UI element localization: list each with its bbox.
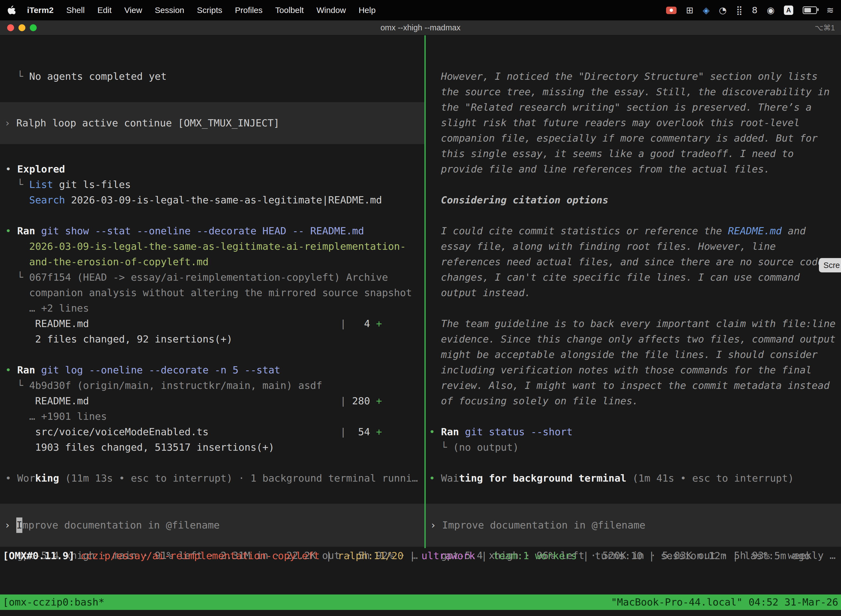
text-segment: | bbox=[577, 550, 595, 561]
camera-icon[interactable]: ◉ bbox=[767, 6, 775, 15]
text-segment: No agents completed yet bbox=[29, 70, 167, 82]
text-segment: • bbox=[429, 472, 441, 484]
text-segment: essay file, along with finding root file… bbox=[441, 241, 776, 252]
window-grid-icon[interactable]: ⊞ bbox=[686, 6, 693, 15]
omx-team: team:1 workers bbox=[493, 550, 577, 561]
terminal-pane-right[interactable]: However, I noticed the "Directory Struct… bbox=[426, 35, 841, 616]
wifi-icon[interactable]: ≋ bbox=[826, 6, 834, 15]
text-segment: 2 files changed, 92 insertions(+) bbox=[5, 333, 233, 345]
text-segment: › bbox=[4, 115, 16, 131]
text-segment: 280 bbox=[346, 395, 376, 406]
text-segment: evidence. Since this change only affects… bbox=[441, 333, 835, 345]
menu-item-window[interactable]: Window bbox=[316, 6, 346, 15]
terminal-line: 1903 files changed, 513517 insertions(+) bbox=[0, 440, 424, 455]
terminal-line: README.md | 280 + bbox=[0, 393, 424, 409]
right-pane-content: However, I noticed the "Directory Struct… bbox=[426, 66, 841, 563]
text-segment bbox=[35, 225, 41, 236]
text-segment: git log --oneline --decorate -n 5 --stat bbox=[41, 364, 280, 375]
menu-item-iterm2[interactable]: iTerm2 bbox=[27, 6, 54, 15]
text-segment: + bbox=[376, 395, 382, 406]
blank-line bbox=[426, 409, 841, 424]
text-segment: companion analysis without altering the … bbox=[5, 287, 412, 298]
menu-item-toolbelt[interactable]: Toolbelt bbox=[275, 6, 304, 15]
tmux-status-bar: [omx-cczip0:bash* "MacBook-Pro-44.local"… bbox=[0, 594, 841, 610]
apple-menu-icon[interactable] bbox=[7, 6, 15, 15]
zoom-button[interactable] bbox=[30, 24, 37, 31]
window-title-bar[interactable]: omx --xhigh --madmax ⌥⌘1 bbox=[0, 21, 841, 35]
terminal-line: • Ran git status --short bbox=[426, 424, 841, 440]
blank-line bbox=[0, 208, 424, 223]
text-segment bbox=[89, 318, 340, 329]
terminal-line: src/voice/voiceModeEnabled.ts | 54 + bbox=[0, 424, 424, 440]
blank-line bbox=[0, 347, 424, 362]
text-segment: › bbox=[4, 518, 16, 533]
clock-app-icon[interactable]: ◔ bbox=[719, 6, 727, 15]
text-segment: • bbox=[5, 472, 17, 484]
text-segment: | bbox=[403, 550, 421, 561]
text-segment: the source tree, missing the essay. Stil… bbox=[441, 86, 830, 97]
menu-item-view[interactable]: View bbox=[125, 6, 142, 15]
menu-bar: iTerm2ShellEditViewSessionScriptsProfile… bbox=[0, 0, 841, 21]
text-segment: Wai bbox=[441, 472, 459, 484]
text-segment: … +2 lines bbox=[5, 302, 89, 314]
screen-share-tooltip[interactable]: Scre bbox=[819, 258, 841, 273]
battery-icon[interactable] bbox=[803, 6, 817, 14]
menu-item-edit[interactable]: Edit bbox=[97, 6, 112, 15]
text-segment: might be acceptable alongside the file l… bbox=[441, 349, 818, 360]
blank-line bbox=[426, 208, 841, 223]
text-segment: 067f154 (HEAD -> essay/ai-reimplementati… bbox=[29, 271, 388, 283]
text-segment bbox=[459, 426, 465, 437]
color-swatch-icon[interactable]: ◈ bbox=[703, 6, 710, 15]
text-segment bbox=[35, 364, 41, 375]
menu-items: iTerm2ShellEditViewSessionScriptsProfile… bbox=[27, 6, 375, 15]
text-segment: 54 bbox=[346, 426, 376, 437]
pane-shortcut-hint: ⌥⌘1 bbox=[815, 23, 835, 32]
text-cursor: I bbox=[16, 518, 22, 533]
terminal-line: review. Also, I might want to inspect th… bbox=[426, 378, 841, 393]
text-segment: | bbox=[727, 550, 744, 561]
terminal-line: this single essay, it seems like a good … bbox=[426, 146, 841, 161]
text-segment: However, I noticed the "Directory Struct… bbox=[441, 70, 818, 82]
text-segment: └ bbox=[5, 271, 29, 283]
text-segment: of focusing solely on file lines. bbox=[441, 395, 638, 406]
terminal-line: … +1901 lines bbox=[0, 409, 424, 424]
omx-status-line: [OMX#0.11.9] cczip/essay/ai-reimplementa… bbox=[3, 548, 810, 563]
close-button[interactable] bbox=[7, 24, 14, 31]
terminal-line: companion analysis without altering the … bbox=[0, 285, 424, 301]
text-segment: + bbox=[376, 318, 382, 329]
omx-session: session:12m bbox=[661, 550, 726, 561]
menu-item-profiles[interactable]: Profiles bbox=[235, 6, 262, 15]
terminal-line: slight risk that future readers may over… bbox=[426, 115, 841, 131]
text-segment: › bbox=[430, 518, 442, 533]
record-dot bbox=[670, 9, 673, 12]
text-segment: • bbox=[5, 225, 17, 236]
working-spinner-line: • Working (11m 13s • esc to interrupt) ·… bbox=[0, 471, 424, 486]
terminal-line: and-the-erosion-of-copyleft.md bbox=[0, 254, 424, 270]
waiting-spinner-line: • Waiting for background terminal (1m 41… bbox=[426, 471, 841, 486]
minimize-button[interactable] bbox=[19, 24, 25, 31]
dots-grid-icon[interactable]: ⣿ bbox=[736, 6, 742, 15]
text-segment: including verification notes with those … bbox=[441, 364, 812, 375]
menu-item-shell[interactable]: Shell bbox=[66, 6, 85, 15]
number-key-icon[interactable]: 8 bbox=[752, 6, 757, 15]
input-source-icon[interactable]: A bbox=[784, 6, 793, 15]
prompt-input[interactable]: › Improve documentation in @filename bbox=[0, 504, 424, 547]
text-segment: 2026-03-09-is-legal-the-same-as-legitima… bbox=[65, 194, 382, 205]
screen-recording-icon[interactable] bbox=[666, 7, 677, 14]
terminal-line: the "Related research writing" section i… bbox=[426, 100, 841, 115]
menu-item-session[interactable]: Session bbox=[155, 6, 184, 15]
terminal-line: • Ran git log --oneline --decorate -n 5 … bbox=[0, 362, 424, 378]
menu-item-scripts[interactable]: Scripts bbox=[197, 6, 223, 15]
terminal-line: • Explored bbox=[0, 161, 424, 177]
tmux-host-clock: "MacBook-Pro-44.local" 04:52 31-Mar-26 bbox=[611, 594, 838, 610]
menu-item-help[interactable]: Help bbox=[359, 6, 376, 15]
text-segment: Ran bbox=[441, 426, 459, 437]
terminal-line: Search 2026-03-09-is-legal-the-same-as-l… bbox=[0, 192, 424, 208]
text-segment: output instead. bbox=[441, 287, 530, 298]
text-segment: and-the-erosion-of-copyleft.md bbox=[29, 256, 209, 267]
prompt-input[interactable]: › Improve documentation in @filename bbox=[426, 504, 841, 547]
text-segment: README.md bbox=[5, 318, 89, 329]
text-segment: git ls-files bbox=[53, 179, 131, 190]
text-segment: └ bbox=[5, 70, 29, 82]
terminal-pane-left[interactable]: └ No agents completed yet› Ralph loop ac… bbox=[0, 35, 424, 616]
